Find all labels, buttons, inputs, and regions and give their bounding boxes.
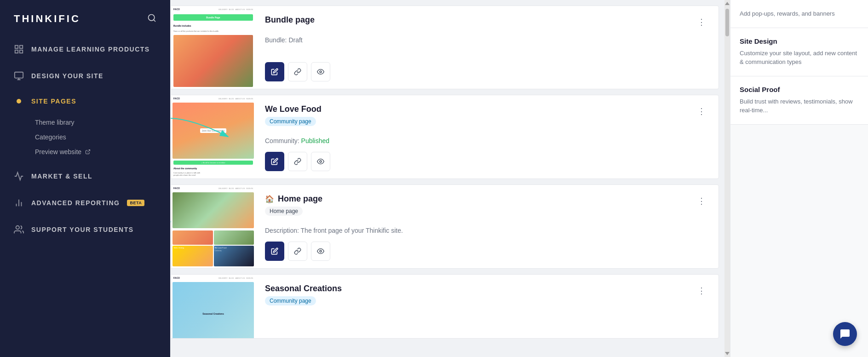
bundle-view-button[interactable] [311, 62, 330, 81]
we-love-food-link-button[interactable] [288, 152, 307, 171]
right-panel: Add pop-ups, rewards, and banners Site D… [730, 0, 868, 357]
svg-point-18 [320, 250, 322, 252]
sidebar-item-market[interactable]: MARKET & SELL [0, 163, 170, 190]
svg-rect-3 [20, 46, 23, 48]
sidebar-item-support[interactable]: SUPPORT YOUR STUDENTS [0, 216, 170, 243]
external-link-icon [85, 149, 91, 155]
home-more-button[interactable]: ⋮ [694, 194, 709, 208]
sidebar-navigation: MANAGE LEARNING PRODUCTS DESIGN YOUR SIT… [0, 36, 170, 357]
bundle-preview: FACO DELIVERYBLOGABOUT USSIGN IN Bundle … [171, 6, 256, 89]
bundle-status: Bundle: Draft [265, 36, 709, 44]
svg-line-9 [87, 150, 90, 153]
subnav-categories-label: Categories [35, 133, 66, 141]
grid-icon [14, 44, 24, 54]
scroll-up-button[interactable] [725, 2, 730, 5]
seasonal-more-button[interactable]: ⋮ [694, 284, 709, 298]
home-preview: FACO DELIVERYBLOGABOUT USSIGN IN Table-S… [171, 185, 256, 268]
link-icon [294, 68, 301, 75]
we-love-food-more-button[interactable]: ⋮ [694, 104, 709, 118]
subnav-theme-library-label: Theme library [35, 119, 75, 126]
sidebar-item-site-pages-label: Site pages [31, 98, 76, 105]
sidebar-item-site-pages[interactable]: Site pages [0, 89, 170, 113]
we-love-food-actions [265, 148, 709, 171]
subnav-preview-label: Preview website [35, 148, 81, 155]
seasonal-card-body: Seasonal Creations Community page ⋮ [256, 275, 719, 338]
home-edit-button[interactable] [265, 242, 284, 261]
subnav-categories[interactable]: Categories [35, 130, 170, 144]
bundle-title: Bundle page [265, 15, 315, 25]
home-description-value: The front page of your Thinkific site. [301, 227, 403, 234]
edit-icon [271, 68, 278, 75]
more-icon: ⋮ [697, 286, 706, 295]
chat-button[interactable] [833, 322, 857, 346]
search-icon[interactable] [147, 13, 156, 24]
page-card-seasonal: FACO DELIVERYBLOGABOUT USSIGN IN Seasona… [170, 274, 719, 339]
more-icon: ⋮ [697, 196, 706, 206]
we-love-food-body: We Love Food Community page ⋮ Community: [256, 95, 719, 178]
bundle-card-body: Bundle page ⋮ Bundle: Draft [256, 6, 719, 89]
bundle-more-button[interactable]: ⋮ [694, 15, 709, 29]
home-link-button[interactable] [288, 242, 307, 261]
page-card-bundle: FACO DELIVERYBLOGABOUT USSIGN IN Bundle … [170, 6, 719, 89]
bundle-status-value: Draft [288, 36, 302, 44]
right-panel-site-design-card[interactable]: Site Design Customize your site layout, … [730, 28, 868, 76]
sidebar: THINKIFIC MANAGE LEARNING PRODUCTS DESIG… [0, 0, 170, 357]
we-love-food-edit-button[interactable] [265, 152, 284, 171]
main-content: FACO DELIVERYBLOGABOUT USSIGN IN Bundle … [170, 0, 868, 357]
beta-badge: BETA [127, 200, 144, 206]
center-panel: FACO DELIVERYBLOGABOUT USSIGN IN Bundle … [170, 0, 724, 357]
subnav-theme-library[interactable]: Theme library [35, 115, 170, 130]
sidebar-item-reporting-label: ADVANCED REPORTING [31, 199, 120, 207]
eye-icon [317, 248, 324, 255]
edit-icon [271, 248, 278, 255]
svg-rect-6 [15, 72, 23, 78]
bundle-edit-button[interactable] [265, 62, 284, 81]
home-card-body: 🏠 Home page Home page ⋮ Description [256, 185, 719, 268]
scrollbar[interactable] [724, 0, 730, 357]
sidebar-item-manage-label: MANAGE LEARNING PRODUCTS [31, 46, 150, 53]
sidebar-logo: THINKIFIC [0, 0, 170, 36]
home-icon: 🏠 [265, 195, 274, 203]
svg-point-14 [320, 71, 322, 73]
home-status: Description: The front page of your Thin… [265, 227, 709, 234]
scroll-down-button[interactable] [725, 352, 730, 355]
sidebar-item-reporting[interactable]: ADVANCED REPORTING BETA [0, 190, 170, 216]
popups-description: Add pop-ups, rewards, and banners [740, 9, 859, 18]
more-icon: ⋮ [697, 17, 706, 27]
svg-rect-2 [15, 46, 18, 48]
svg-line-1 [154, 20, 155, 22]
chat-icon [839, 328, 851, 340]
right-panel-popups-card[interactable]: Add pop-ups, rewards, and banners [730, 0, 868, 28]
sidebar-item-manage[interactable]: MANAGE LEARNING PRODUCTS [0, 36, 170, 63]
scroll-thumb[interactable] [725, 9, 729, 36]
seasonal-title: Seasonal Creations [265, 284, 342, 294]
we-love-food-title: We Love Food [265, 104, 322, 114]
we-love-food-badge: Community page [265, 117, 316, 126]
edit-icon [271, 158, 278, 165]
more-icon: ⋮ [697, 107, 706, 116]
right-panel-social-proof-card[interactable]: Social Proof Build trust with reviews, t… [730, 76, 868, 125]
page-card-we-love-food: FACO DELIVERYBLOGABOUT USSIGN IN Join Ou… [170, 95, 719, 179]
home-view-button[interactable] [311, 242, 330, 261]
sidebar-item-design[interactable]: DESIGN YOUR SITE [0, 63, 170, 89]
eye-icon [317, 68, 324, 75]
sidebar-item-market-label: MARKET & SELL [31, 173, 92, 180]
home-badge: Home page [265, 207, 303, 216]
link-icon [294, 248, 301, 255]
bundle-link-button[interactable] [288, 62, 307, 81]
we-love-food-preview: FACO DELIVERYBLOGABOUT USSIGN IN Join Ou… [171, 95, 256, 178]
subnav-preview-website[interactable]: Preview website [35, 144, 170, 159]
bundle-actions [265, 58, 709, 81]
seasonal-badge: Community page [265, 296, 316, 305]
eye-icon [317, 158, 324, 165]
we-love-food-view-button[interactable] [311, 152, 330, 171]
svg-point-13 [16, 226, 19, 229]
site-pages-subnav: Theme library Categories Preview website [0, 113, 170, 163]
site-design-description: Customize your site layout, add new cont… [740, 49, 859, 67]
chart-icon [14, 171, 24, 181]
bar-chart-icon [14, 198, 24, 208]
users-icon [14, 225, 24, 235]
sidebar-item-support-label: SUPPORT YOUR STUDENTS [31, 226, 134, 233]
social-proof-description: Build trust with reviews, testimonials, … [740, 97, 859, 115]
we-love-food-status: Community: Published [265, 137, 709, 144]
